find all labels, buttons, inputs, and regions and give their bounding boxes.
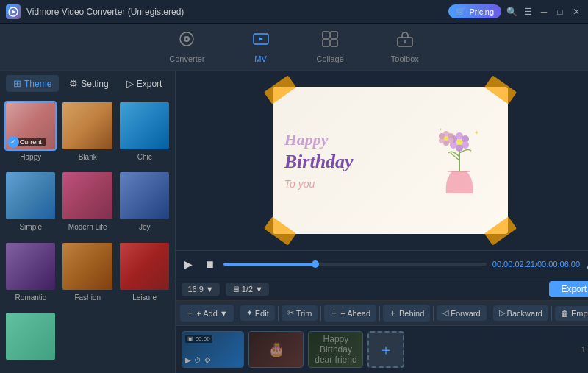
theme-happy[interactable]: Current ✓ Happy xyxy=(4,101,57,166)
svg-point-26 xyxy=(439,133,445,139)
close-button[interactable]: ✕ xyxy=(570,6,582,18)
timeline-clip-2[interactable]: 🎂 xyxy=(248,331,304,368)
theme-leisure-label: Leisure xyxy=(132,294,157,302)
main-content: ⊞ Theme ⚙ Setting ▷ Export Current ✓ H xyxy=(0,71,588,373)
svg-text:✦: ✦ xyxy=(474,129,479,136)
ratio-label: 16:9 xyxy=(187,285,203,294)
timeline-clip-3[interactable]: Happy Birthday dear friend xyxy=(308,331,363,368)
toolbar-sep4 xyxy=(379,306,380,321)
add-button[interactable]: ＋ + Add ▼ xyxy=(180,305,233,322)
tab-bar: ⊞ Theme ⚙ Setting ▷ Export xyxy=(0,71,175,96)
segment-button[interactable]: 🖥 1/2 ▼ xyxy=(226,283,269,296)
progress-knob[interactable] xyxy=(312,260,319,268)
add-label: + Add xyxy=(196,309,217,318)
ahead-button[interactable]: ＋ + Ahead xyxy=(324,305,376,322)
edit-button[interactable]: ✦ Edit xyxy=(240,305,275,321)
timeline: ▣ 00:00 ▶ ⏱ ⚙ 🎂 xyxy=(176,325,588,373)
nav-toolbox[interactable]: Toolbox xyxy=(382,27,428,66)
theme-leisure[interactable]: Leisure xyxy=(118,241,171,307)
search-button[interactable]: 🔍 xyxy=(506,6,517,18)
toolbar-sep6 xyxy=(490,306,490,321)
ratio-button[interactable]: 16:9 ▼ xyxy=(182,283,219,296)
theme-chic-thumb xyxy=(118,101,171,151)
ahead-label: + Ahead xyxy=(340,309,370,318)
export-button[interactable]: Export xyxy=(549,281,588,297)
tab-export[interactable]: ▷ Export xyxy=(119,75,170,92)
nav-mv[interactable]: MV xyxy=(243,27,279,66)
backward-button[interactable]: ▷ Backward xyxy=(493,305,548,321)
svg-text:✦: ✦ xyxy=(439,127,442,132)
nav-collage[interactable]: Collage xyxy=(308,27,353,66)
toolbox-label: Toolbox xyxy=(391,54,419,63)
add-clip-button[interactable]: ＋ xyxy=(368,331,404,368)
minimize-button[interactable]: ─ xyxy=(538,6,550,18)
svg-point-4 xyxy=(186,38,188,40)
trim-icon: ✂ xyxy=(287,308,294,318)
export-tab-label: Export xyxy=(137,79,162,89)
theme-joy[interactable]: Joy xyxy=(118,171,171,236)
theme-leisure-thumb xyxy=(118,241,171,291)
backward-icon: ▷ xyxy=(499,308,505,318)
collage-label: Collage xyxy=(317,54,344,63)
theme-blank[interactable]: Blank xyxy=(61,101,113,166)
empty-label: Empty xyxy=(571,309,588,318)
controls-bar2: 16:9 ▼ 🖥 1/2 ▼ Export xyxy=(176,277,588,300)
behind-button[interactable]: ＋ Behind xyxy=(383,305,430,322)
theme-chic[interactable]: Chic xyxy=(118,101,171,166)
trash-icon: 🗑 xyxy=(561,309,569,318)
theme-tab-label: Theme xyxy=(24,79,51,89)
theme-simple-thumb xyxy=(4,171,57,221)
maximize-button[interactable]: □ xyxy=(554,6,566,18)
converter-icon xyxy=(178,30,196,51)
forward-button[interactable]: ◁ Forward xyxy=(437,305,486,321)
ahead-icon: ＋ xyxy=(330,308,338,319)
theme-joy-thumb xyxy=(118,171,171,221)
setting-tab-icon: ⚙ xyxy=(69,78,78,89)
trim-button[interactable]: ✂ Trim xyxy=(282,305,318,321)
tab-theme[interactable]: ⊞ Theme xyxy=(6,75,59,92)
behind-icon: ＋ xyxy=(389,308,397,319)
ratio-chevron: ▼ xyxy=(206,285,214,294)
setting-tab-label: Setting xyxy=(81,79,108,89)
export-tab-icon: ▷ xyxy=(126,78,134,89)
backward-label: Backward xyxy=(507,309,542,318)
theme-romantic[interactable]: Romantic xyxy=(4,241,57,307)
progress-fill xyxy=(223,263,315,266)
time-display: 00:00:02.21/00:00:06.00 xyxy=(492,260,580,269)
theme-simple[interactable]: Simple xyxy=(4,171,57,236)
pricing-button[interactable]: 🛒 Pricing xyxy=(448,4,501,18)
svg-point-20 xyxy=(456,139,462,145)
add-icon: ＋ xyxy=(186,308,194,319)
bottom-toolbar: ＋ + Add ▼ ✦ Edit ✂ Trim ＋ + Ahead ＋ xyxy=(176,300,588,325)
svg-rect-9 xyxy=(331,40,337,46)
tab-setting[interactable]: ⚙ Setting xyxy=(62,75,115,92)
toolbar-sep1 xyxy=(237,306,237,321)
theme-fashion[interactable]: Fashion xyxy=(61,241,113,307)
happy-text: Happy xyxy=(284,131,430,149)
theme-grid: Current ✓ Happy Blank Chic xyxy=(0,96,175,373)
theme-modern-life[interactable]: Modern Life xyxy=(61,171,113,236)
menu-button[interactable]: ☰ xyxy=(522,6,534,18)
preview-text: Happy Birthday To you xyxy=(284,131,430,191)
progress-bar[interactable] xyxy=(223,263,486,266)
theme-fashion-label: Fashion xyxy=(74,294,101,302)
to-you-text: To you xyxy=(284,178,430,190)
cart-icon: 🛒 xyxy=(456,7,466,16)
preview-area: Happy Birthday To you xyxy=(176,71,588,250)
collage-icon xyxy=(321,30,339,51)
empty-button[interactable]: 🗑 Empty xyxy=(555,306,588,321)
theme-romantic-label: Romantic xyxy=(15,294,46,302)
theme-fashion-thumb xyxy=(61,241,113,291)
timeline-clip-1[interactable]: ▣ 00:00 ▶ ⏱ ⚙ xyxy=(182,331,244,368)
play-button[interactable]: ▶ xyxy=(182,257,196,271)
nav-converter[interactable]: Converter xyxy=(160,27,213,66)
theme-more1[interactable] xyxy=(4,311,57,369)
current-badge: Current xyxy=(16,138,46,146)
page-indicator: 1 / 3 xyxy=(581,345,588,354)
app-icon xyxy=(6,4,21,19)
right-panel: Happy Birthday To you xyxy=(176,71,588,373)
preview-inner: Happy Birthday To you xyxy=(273,87,508,234)
title-right: 🛒 Pricing 🔍 ☰ ─ □ ✕ xyxy=(448,4,582,18)
theme-joy-label: Joy xyxy=(139,223,151,231)
stop-button[interactable]: ⏹ xyxy=(201,257,218,271)
